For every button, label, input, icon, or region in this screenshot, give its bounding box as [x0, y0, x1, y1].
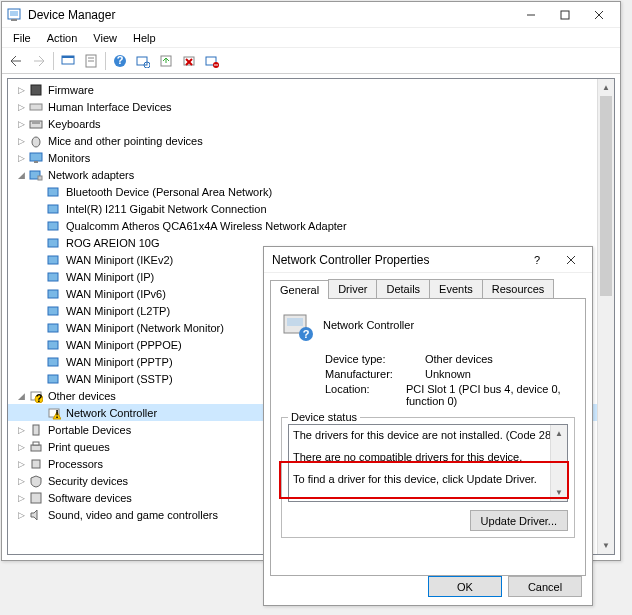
network-adapter-icon	[46, 269, 62, 285]
svg-rect-25	[31, 85, 41, 95]
disable-button[interactable]	[201, 50, 223, 72]
svg-rect-31	[34, 161, 38, 163]
svg-rect-56	[31, 493, 41, 503]
tree-node-bluetooth-pan[interactable]: Bluetooth Device (Personal Area Network)	[8, 183, 614, 200]
expand-icon[interactable]: ▷	[16, 441, 27, 452]
svg-rect-35	[48, 205, 58, 213]
expand-icon[interactable]: ▷	[16, 424, 27, 435]
tab-strip: General Driver Details Events Resources	[264, 273, 592, 298]
manufacturer-value: Unknown	[425, 368, 471, 380]
network-adapter-icon	[46, 286, 62, 302]
status-line3: To find a driver for this device, click …	[293, 473, 563, 485]
svg-rect-43	[48, 341, 58, 349]
titlebar: Device Manager	[2, 2, 620, 28]
tree-node-intel-i211[interactable]: Intel(R) I211 Gigabit Network Connection	[8, 200, 614, 217]
svg-rect-27	[30, 121, 42, 128]
tree-node-network-adapters[interactable]: ◢Network adapters	[8, 166, 614, 183]
expand-icon[interactable]: ▷	[16, 509, 27, 520]
back-button[interactable]	[5, 50, 27, 72]
scroll-up-button[interactable]: ▲	[598, 79, 614, 96]
tree-node-hid[interactable]: ▷Human Interface Devices	[8, 98, 614, 115]
tree-scrollbar[interactable]: ▲ ▼	[597, 79, 614, 554]
menu-view[interactable]: View	[86, 31, 124, 45]
network-icon	[28, 167, 44, 183]
menu-file[interactable]: File	[6, 31, 38, 45]
forward-button[interactable]	[28, 50, 50, 72]
svg-rect-1	[10, 11, 18, 16]
update-driver-button[interactable]: Update Driver...	[470, 510, 568, 531]
dialog-button-row: OK Cancel	[428, 576, 582, 597]
collapse-icon[interactable]: ◢	[16, 169, 27, 180]
expand-icon[interactable]: ▷	[16, 101, 27, 112]
other-devices-icon: ?	[28, 388, 44, 404]
minimize-button[interactable]	[514, 3, 548, 27]
expand-icon[interactable]: ▷	[16, 152, 27, 163]
svg-rect-39	[48, 273, 58, 281]
status-scrollbar[interactable]: ▲ ▼	[550, 425, 567, 501]
svg-rect-55	[32, 460, 40, 468]
properties-dialog: Network Controller Properties ? General …	[263, 246, 593, 606]
menu-action[interactable]: Action	[40, 31, 85, 45]
software-icon	[28, 490, 44, 506]
dialog-close-button[interactable]	[554, 248, 588, 272]
status-line2: There are no compatible drivers for this…	[293, 451, 563, 463]
scan-button[interactable]	[132, 50, 154, 72]
maximize-button[interactable]	[548, 3, 582, 27]
svg-rect-4	[561, 11, 569, 19]
security-icon	[28, 473, 44, 489]
scroll-down-button[interactable]: ▼	[551, 484, 567, 501]
tab-resources[interactable]: Resources	[482, 279, 555, 298]
device-status-fieldset: Device status The drivers for this devic…	[281, 417, 575, 538]
svg-rect-54	[33, 442, 39, 445]
properties-button[interactable]	[80, 50, 102, 72]
help-button[interactable]: ?	[109, 50, 131, 72]
keyboard-icon	[28, 116, 44, 132]
mouse-icon	[28, 133, 44, 149]
show-hidden-button[interactable]	[57, 50, 79, 72]
tree-node-qualcomm-atheros[interactable]: Qualcomm Atheros QCA61x4A Wireless Netwo…	[8, 217, 614, 234]
ok-button[interactable]: OK	[428, 576, 502, 597]
expand-icon[interactable]: ▷	[16, 135, 27, 146]
tab-events[interactable]: Events	[429, 279, 483, 298]
cancel-button[interactable]: Cancel	[508, 576, 582, 597]
tree-node-monitors[interactable]: ▷Monitors	[8, 149, 614, 166]
location-label: Location:	[325, 383, 406, 407]
unknown-device-icon: !	[46, 405, 62, 421]
expand-icon[interactable]: ▷	[16, 475, 27, 486]
scroll-down-button[interactable]: ▼	[598, 537, 614, 554]
network-adapter-icon	[46, 303, 62, 319]
svg-text:?: ?	[117, 54, 124, 66]
svg-rect-53	[31, 445, 41, 451]
tree-node-keyboards[interactable]: ▷Keyboards	[8, 115, 614, 132]
uninstall-button[interactable]	[178, 50, 200, 72]
expand-icon[interactable]: ▷	[16, 458, 27, 469]
update-driver-button[interactable]	[155, 50, 177, 72]
close-button[interactable]	[582, 3, 616, 27]
network-adapter-icon	[46, 371, 62, 387]
tab-general[interactable]: General	[270, 280, 329, 299]
device-status-text[interactable]: The drivers for this device are not inst…	[288, 424, 568, 502]
sound-icon	[28, 507, 44, 523]
expand-icon[interactable]: ▷	[16, 84, 27, 95]
menu-help[interactable]: Help	[126, 31, 163, 45]
manufacturer-label: Manufacturer:	[325, 368, 425, 380]
network-adapter-icon	[46, 184, 62, 200]
expand-icon[interactable]: ▷	[16, 118, 27, 129]
expand-icon[interactable]: ▷	[16, 492, 27, 503]
dialog-titlebar: Network Controller Properties ?	[264, 247, 592, 273]
collapse-icon[interactable]: ◢	[16, 390, 27, 401]
toolbar: ?	[2, 48, 620, 74]
tree-node-firmware[interactable]: ▷Firmware	[8, 81, 614, 98]
network-adapter-icon	[46, 252, 62, 268]
tab-driver[interactable]: Driver	[328, 279, 377, 298]
tree-node-mice[interactable]: ▷Mice and other pointing devices	[8, 132, 614, 149]
tab-details[interactable]: Details	[376, 279, 430, 298]
scroll-up-button[interactable]: ▲	[551, 425, 567, 442]
svg-rect-16	[137, 57, 147, 65]
dialog-help-button[interactable]: ?	[520, 248, 554, 272]
svg-text:?: ?	[303, 328, 310, 340]
svg-rect-2	[11, 19, 17, 21]
processor-icon	[28, 456, 44, 472]
scroll-thumb[interactable]	[600, 96, 612, 296]
portable-icon	[28, 422, 44, 438]
